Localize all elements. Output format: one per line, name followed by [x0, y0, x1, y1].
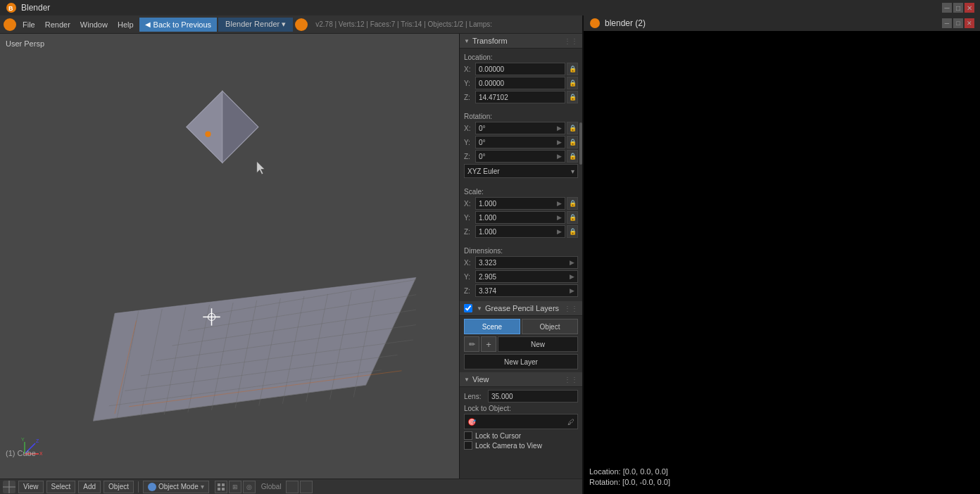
rotation-z-input[interactable]: 0° ▶ [475, 150, 565, 163]
scale-label: Scale: [464, 188, 578, 196]
gp-scene-button[interactable]: Scene [464, 319, 520, 334]
gp-title: Grease Pencil Layers [485, 304, 559, 312]
transform-collapse-icon: ▼ [464, 38, 470, 44]
lock-to-cursor-label: Lock to Cursor [475, 432, 521, 440]
title-bar: B Blender [0, 0, 942, 15]
second-maximize-button[interactable]: □ [953, 18, 963, 28]
grease-pencil-panel-header[interactable]: ▼ Grease Pencil Layers ⋮⋮ [460, 301, 582, 316]
lens-label: Lens: [464, 393, 486, 400]
location-x-input[interactable]: 0.00000 [475, 63, 565, 75]
gp-object-button[interactable]: Object [522, 319, 578, 334]
euler-dropdown[interactable]: XYZ Euler ▾ [464, 164, 578, 178]
second-minimize-button[interactable]: ─ [942, 18, 952, 28]
scale-x-value: 1.000 [479, 200, 496, 208]
rotation-x-lock[interactable]: 🔒 [567, 122, 578, 134]
gp-new-layer-button[interactable]: New Layer [464, 354, 578, 369]
lock-to-cursor-checkbox[interactable] [464, 431, 472, 440]
lock-to-object-label: Lock to Object: [464, 405, 578, 412]
view-options-btn-1[interactable] [215, 481, 227, 493]
select-button[interactable]: Select [46, 481, 76, 493]
location-z-input[interactable]: 14.47102 [475, 91, 565, 103]
scale-section: Scale: X: 1.000 ▶ 🔒 Y: 1.000 ▶ [460, 183, 582, 242]
mouse-cursor [257, 161, 265, 174]
svg-line-13 [93, 313, 115, 421]
view-options-btn-3[interactable]: ◎ [243, 481, 256, 493]
dim-z-input[interactable]: 3.374 ▶ [475, 284, 578, 297]
view-collapse-icon: ▼ [464, 376, 470, 383]
rotation-z-lock[interactable]: 🔒 [567, 150, 578, 163]
rz-label: Z: [464, 153, 474, 160]
snap-button[interactable] [286, 481, 299, 493]
app-title: Blender [21, 3, 50, 13]
dim-y-input[interactable]: 2.905 ▶ [475, 270, 578, 283]
object-button[interactable]: Object [103, 481, 134, 493]
scale-z-input[interactable]: 1.000 ▶ [475, 225, 565, 238]
dim-x-input[interactable]: 3.323 ▶ [475, 256, 578, 269]
gp-scene-object-buttons: Scene Object [464, 319, 578, 334]
rotation-x-input[interactable]: 0° ▶ [475, 122, 565, 134]
maximize-button[interactable]: □ [953, 3, 963, 13]
sy-label: Y: [464, 214, 474, 222]
location-y-lock[interactable]: 🔒 [567, 77, 578, 89]
rotation-label: Rotation: [464, 113, 578, 120]
location-x-lock[interactable]: 🔒 [567, 63, 578, 75]
scale-y-input[interactable]: 1.000 ▶ [475, 211, 565, 224]
object-mode-label: Object Mode [158, 483, 199, 490]
object-mode-dropdown[interactable]: Object Mode ▾ [143, 481, 209, 493]
rotation-y-lock[interactable]: 🔒 [567, 136, 578, 148]
lock-to-object-input[interactable]: 🎯 🖊 [464, 414, 578, 429]
svg-rect-45 [218, 483, 220, 486]
gp-pencil-icon-button[interactable]: ✏ [464, 336, 479, 352]
gp-add-button[interactable]: + [481, 336, 496, 352]
menu-item-file[interactable]: File [18, 18, 39, 32]
add-button[interactable]: Add [78, 481, 101, 493]
scale-x-input[interactable]: 1.000 ▶ [475, 197, 565, 210]
svg-line-19 [235, 300, 257, 408]
rotation-z-value: 0° [479, 153, 486, 160]
viewport-icon [3, 481, 15, 493]
svg-line-8 [141, 340, 413, 376]
view-button[interactable]: View [18, 481, 44, 493]
svg-line-23 [330, 292, 352, 400]
viewport-canvas[interactable]: User Persp [0, 34, 459, 479]
svg-rect-48 [222, 488, 225, 490]
rx-label: X: [464, 125, 474, 132]
gp-new-text: New [531, 341, 545, 348]
rotation-y-input[interactable]: 0° ▶ [475, 136, 565, 148]
menu-item-help[interactable]: Help [113, 18, 138, 32]
second-window-content: Location: [0.0, 0.0, 0.0] Rotation: [0.0… [584, 31, 980, 494]
menu-bar: File Render Window Help ◀ Back to Previo… [0, 15, 582, 34]
scale-y-lock[interactable]: 🔒 [567, 211, 578, 224]
stats-bar: v2.78 | Verts:12 | Faces:7 | Tris:14 | O… [315, 20, 492, 28]
minimize-button[interactable]: ─ [942, 3, 952, 13]
svg-marker-30 [222, 91, 258, 163]
view-options-btn-2[interactable]: ⊞ [229, 481, 241, 493]
svg-point-3 [295, 18, 308, 31]
view-panel-header[interactable]: ▼ View ⋮⋮ [460, 372, 582, 387]
transform-title: Transform [472, 37, 508, 45]
render-engine-dropdown[interactable]: Blender Render ▾ [218, 18, 293, 32]
scale-z-lock[interactable]: 🔒 [567, 225, 578, 238]
viewport-scene [0, 34, 459, 479]
location-y-input[interactable]: 0.00000 [475, 77, 565, 89]
back-to-previous-button[interactable]: ◀ Back to Previous [139, 18, 218, 32]
lock-camera-checkbox[interactable] [464, 441, 472, 450]
dz-label: Z: [464, 287, 474, 295]
second-close-button[interactable]: ✕ [965, 18, 974, 28]
location-z-lock[interactable]: 🔒 [567, 91, 578, 103]
svg-point-49 [590, 18, 600, 28]
menu-item-window[interactable]: Window [76, 18, 112, 32]
lens-input[interactable]: 35.000 [488, 390, 578, 403]
svg-line-17 [188, 305, 210, 412]
close-button[interactable]: ✕ [965, 3, 974, 13]
proportional-button[interactable] [300, 481, 313, 493]
grease-pencil-checkbox[interactable] [464, 304, 472, 312]
location-z-value: 14.47102 [479, 94, 508, 101]
location-info: Location: [0.0, 0.0, 0.0] [589, 467, 974, 476]
svg-line-22 [306, 294, 328, 402]
global-label: Global [261, 483, 282, 490]
scale-x-lock[interactable]: 🔒 [567, 197, 578, 210]
menu-item-render[interactable]: Render [41, 18, 75, 32]
panel-scrollbar[interactable] [579, 122, 582, 165]
transform-panel-header[interactable]: ▼ Transform ⋮⋮ [460, 34, 582, 49]
